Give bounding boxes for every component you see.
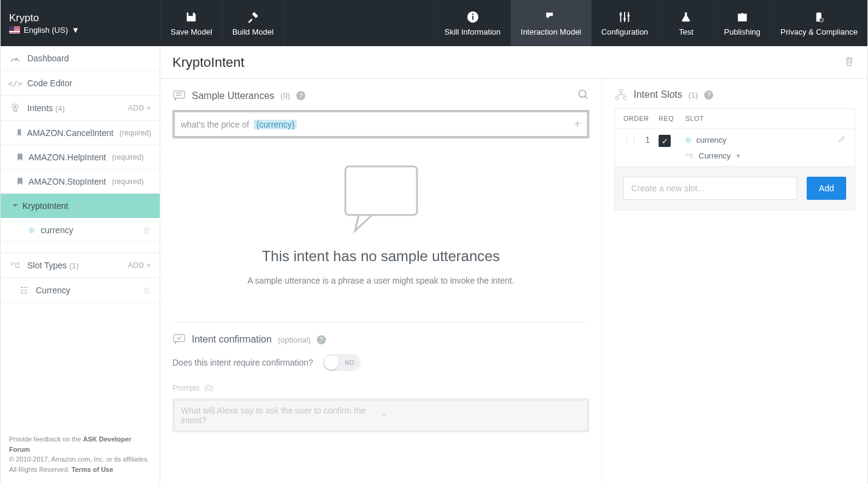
svg-point-16 — [619, 89, 622, 92]
slot-type-icon — [9, 261, 21, 270]
page-title: KryptoIntent — [172, 55, 245, 70]
delete-icon[interactable]: 🗑 — [143, 285, 151, 295]
toggle-label: NO — [345, 360, 354, 366]
flag-icon — [9, 26, 20, 33]
nav-label: Save Model — [171, 27, 212, 36]
slot-dot-icon — [29, 227, 35, 233]
sidebar-dashboard[interactable]: Dashboard — [1, 46, 160, 71]
slot-type-selector[interactable]: Currency ▼ — [685, 151, 846, 160]
edit-icon[interactable] — [838, 135, 846, 145]
nav-skill-info[interactable]: Skill Information — [434, 0, 510, 46]
sample-utterances-header: Sample Utterances (0) ? — [172, 89, 589, 103]
svg-rect-3 — [620, 13, 622, 15]
slot-name: currency — [41, 225, 73, 235]
sidebar-intent-stop[interactable]: AMAZON.StopIntent (required) — [1, 169, 160, 194]
upload-icon — [736, 10, 749, 24]
toggle-knob — [324, 355, 339, 370]
section-title: Sample Utterances — [192, 90, 274, 101]
intent-name: AMAZON.StopIntent — [29, 177, 106, 186]
svg-point-11 — [18, 267, 19, 268]
delete-intent-button[interactable] — [843, 55, 855, 70]
add-intent-button[interactable]: ADD + — [128, 104, 151, 112]
nav-spacer — [283, 0, 435, 46]
bookmark-icon — [18, 154, 22, 161]
help-icon[interactable]: ? — [704, 90, 713, 100]
speech-icon — [172, 90, 186, 102]
sidebar-slot-types-header[interactable]: Slot Types (1) ADD + — [1, 253, 160, 278]
intent-name: AMAZON.HelpIntent — [29, 152, 106, 162]
sidebar-intent-krypto[interactable]: KryptoIntent 🗑 — [1, 194, 160, 218]
prompt-input: What will Alexa say to ask the user to c… — [172, 398, 589, 432]
sidebar-intent-cancel[interactable]: AMAZON.CancelIntent (required) — [1, 121, 160, 145]
spacer — [1, 242, 160, 253]
section-count: (0) — [280, 91, 290, 100]
help-icon[interactable]: ? — [296, 91, 305, 100]
th-req: REQ — [659, 115, 685, 122]
list-icon: ☷ — [18, 285, 30, 295]
terms-link[interactable]: Terms of Use — [72, 466, 114, 473]
new-slot-input[interactable] — [623, 177, 797, 200]
sidebar-code-editor[interactable]: </> Code Editor — [1, 71, 160, 96]
slot-type-name: Currency — [36, 285, 70, 295]
nav-publishing[interactable]: Publishing — [714, 0, 770, 46]
sidebar-intents-header[interactable]: Intents (4) ADD + — [1, 96, 160, 121]
caret-down-icon — [13, 204, 18, 207]
svg-point-9 — [11, 262, 14, 265]
confirmation-toggle[interactable]: NO — [323, 354, 361, 371]
sliders-icon — [618, 10, 631, 24]
delete-icon[interactable]: 🗑 — [143, 225, 151, 235]
svg-point-21 — [691, 157, 693, 158]
svg-point-18 — [623, 97, 626, 100]
nav-label: Privacy & Compliance — [781, 27, 858, 36]
slots-table: ORDER REQ SLOT ⋮⋮ 1 ✓ — [614, 108, 855, 167]
nav-label: Interaction Model — [521, 27, 581, 36]
sidebar-intent-help[interactable]: AMAZON.HelpIntent (required) — [1, 145, 160, 169]
brand-block: Krypto English (US) ▼ — [1, 0, 160, 46]
slot-order: 1 — [645, 135, 650, 145]
section-title: Intent Slots — [634, 89, 682, 100]
svg-point-2 — [472, 13, 473, 15]
intent-name: AMAZON.CancelIntent — [27, 128, 114, 138]
delete-icon[interactable]: 🗑 — [75, 201, 83, 211]
sidebar-slot-type-currency[interactable]: ☷ Currency 🗑 — [1, 278, 160, 302]
nav-test[interactable]: Test — [658, 0, 714, 46]
intent-head-icon — [9, 103, 21, 114]
nav-interaction-model[interactable]: Interaction Model — [510, 0, 591, 46]
bookmark-icon — [18, 129, 21, 137]
svg-rect-14 — [345, 166, 417, 215]
nav-save-model[interactable]: Save Model — [160, 0, 222, 46]
flask-icon — [679, 10, 693, 24]
required-tag: (required) — [120, 129, 151, 137]
svg-point-8 — [15, 106, 16, 107]
drag-handle-icon[interactable]: ⋮⋮ — [623, 135, 638, 144]
slot-row[interactable]: ⋮⋮ 1 ✓ currency — [615, 128, 855, 166]
language-selector[interactable]: English (US) ▼ — [9, 26, 152, 35]
add-slot-button[interactable]: Add — [807, 177, 846, 200]
tree-icon — [614, 89, 628, 101]
nav-build-model[interactable]: Build Model — [222, 0, 283, 46]
slot-pill: {currency} — [254, 120, 297, 129]
search-icon[interactable] — [577, 89, 589, 103]
svg-point-19 — [686, 153, 688, 155]
svg-rect-1 — [472, 16, 473, 19]
add-prompt-icon: + — [381, 409, 581, 422]
intent-confirmation-header: Intent confirmation (optional) ? — [172, 333, 589, 346]
svg-rect-4 — [623, 18, 626, 19]
help-icon[interactable]: ? — [317, 335, 326, 344]
save-icon — [185, 10, 198, 24]
sidebar-label: Code Editor — [27, 78, 151, 88]
nav-configuration[interactable]: Configuration — [591, 0, 658, 46]
svg-point-10 — [18, 263, 19, 265]
chevron-down-icon: ▼ — [736, 153, 741, 159]
new-slot-row: Add — [614, 167, 855, 210]
required-checkbox[interactable]: ✓ — [659, 135, 671, 147]
prompt-placeholder: What will Alexa say to ask the user to c… — [181, 406, 381, 425]
empty-title: This intent has no sample utterances — [262, 248, 500, 265]
add-slot-type-button[interactable]: ADD + — [128, 261, 151, 270]
add-utterance-button[interactable]: + — [574, 117, 581, 131]
sidebar-slot-currency[interactable]: currency 🗑 — [1, 218, 160, 242]
nav-privacy[interactable]: Privacy & Compliance — [770, 0, 867, 46]
clipboard-icon — [812, 10, 826, 24]
utterance-input[interactable]: what's the price of {currency} + — [172, 110, 589, 138]
divider — [172, 322, 589, 322]
